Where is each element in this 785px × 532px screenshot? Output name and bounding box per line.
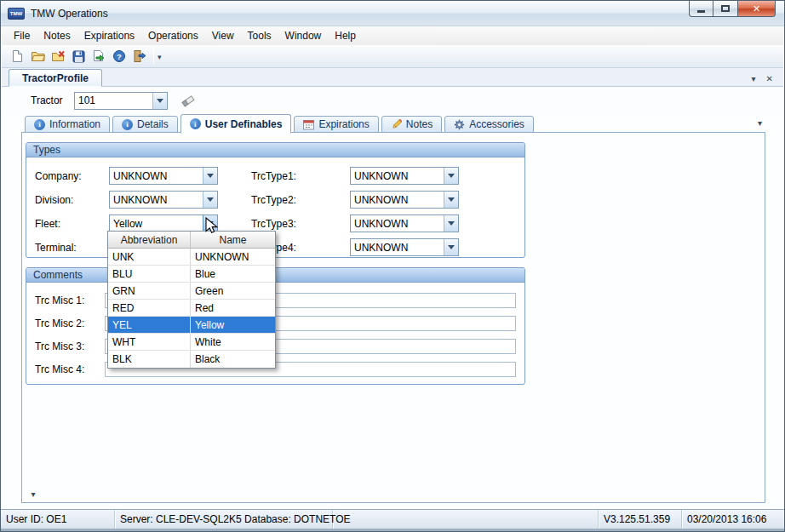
company-combo-dropdown-button[interactable] xyxy=(203,168,217,184)
division-label: Division: xyxy=(35,194,109,206)
tractor-combo-value: 101 xyxy=(75,93,152,109)
dropdown-row-blk[interactable]: BLKBlack xyxy=(108,351,275,368)
dropdown-row-red[interactable]: REDRed xyxy=(108,300,275,317)
division-combo[interactable]: UNKNOWN xyxy=(109,191,218,209)
cell-abbr: UNK xyxy=(108,249,191,265)
company-field: Company: UNKNOWN xyxy=(35,167,218,185)
open-button[interactable] xyxy=(27,47,48,66)
tab-accessories[interactable]: Accessories xyxy=(444,116,534,133)
tab-label: Expirations xyxy=(318,118,369,130)
status-bar: User ID: OE1 Server: CLE-DEV-SQL2K5 Data… xyxy=(1,509,784,531)
chevron-down-icon xyxy=(448,174,455,178)
menu-operations[interactable]: Operations xyxy=(141,27,205,45)
tractor-combo-dropdown-button[interactable] xyxy=(152,93,167,109)
toolbar: ? xyxy=(2,45,783,68)
trctype3-combo[interactable]: UNKNOWN xyxy=(350,215,459,232)
tab-notes[interactable]: Notes xyxy=(381,116,442,133)
save-button[interactable] xyxy=(68,47,89,66)
doc-tab-tractorprofile[interactable]: TractorProfile xyxy=(9,69,102,87)
trctype2-combo-dropdown-button[interactable] xyxy=(444,192,458,208)
export-button[interactable] xyxy=(89,47,109,66)
menu-expirations[interactable]: Expirations xyxy=(77,27,141,45)
close-icon xyxy=(753,3,760,14)
maximize-icon xyxy=(721,5,730,12)
tab-information[interactable]: Information xyxy=(25,116,110,133)
trctype3-combo-dropdown-button[interactable] xyxy=(444,215,458,232)
maximize-button[interactable] xyxy=(713,1,738,17)
doc-tab-list-icon[interactable] xyxy=(752,72,756,84)
chevron-down-icon xyxy=(448,221,455,226)
trctype1-combo-value: UNKNOWN xyxy=(351,168,444,184)
menu-notes[interactable]: Notes xyxy=(37,27,77,45)
info-icon xyxy=(122,119,133,130)
title-bar[interactable]: TMW TMW Operations xyxy=(1,1,784,26)
tractor-label: Tractor xyxy=(31,94,74,106)
fleet-field: Fleet: Yellow xyxy=(35,215,218,232)
tab-details[interactable]: Details xyxy=(112,116,178,133)
trc-misc-1-label: Trc Misc 1: xyxy=(35,295,105,306)
dropdown-row-yel-selected[interactable]: YELYellow xyxy=(108,317,275,334)
gear-icon xyxy=(454,119,465,130)
eraser-icon[interactable] xyxy=(180,94,197,108)
menu-help[interactable]: Help xyxy=(328,27,363,45)
tab-overflow-icon[interactable] xyxy=(758,117,762,129)
types-group-header: Types xyxy=(26,143,524,157)
profile-tab-strip: Information Details User Definables Expi… xyxy=(21,113,765,133)
fleet-label: Fleet: xyxy=(35,218,109,230)
terminal-label: Terminal: xyxy=(35,242,109,254)
menu-view[interactable]: View xyxy=(205,27,241,45)
tractor-combo[interactable]: 101 xyxy=(74,92,168,110)
calendar-icon xyxy=(303,119,314,130)
help-button[interactable]: ? xyxy=(109,47,129,66)
fleet-combo[interactable]: Yellow xyxy=(109,215,218,232)
company-combo[interactable]: UNKNOWN xyxy=(109,167,218,185)
info-icon xyxy=(34,119,45,130)
status-datetime: 03/20/2013 16:06 xyxy=(682,510,784,529)
cell-abbr: YEL xyxy=(108,317,191,333)
dropdown-row-blu[interactable]: BLUBlue xyxy=(108,266,275,283)
division-combo-dropdown-button[interactable] xyxy=(203,192,217,208)
dropdown-row-unk[interactable]: UNKUNKNOWN xyxy=(108,249,275,266)
trctype4-combo-dropdown-button[interactable] xyxy=(444,239,458,255)
dropdown-row-wht[interactable]: WHTWhite xyxy=(108,334,275,351)
minimize-button[interactable] xyxy=(689,1,713,17)
open-folder-icon xyxy=(31,49,45,63)
close-button[interactable] xyxy=(738,1,776,17)
doc-tab-close-icon[interactable] xyxy=(766,72,773,84)
trctype4-combo[interactable]: UNKNOWN xyxy=(350,238,459,256)
menu-file[interactable]: File xyxy=(7,27,37,45)
cell-abbr: BLU xyxy=(108,266,191,282)
new-document-icon xyxy=(11,49,24,63)
tab-user-definables[interactable]: User Definables xyxy=(180,114,292,134)
cell-name: Green xyxy=(191,283,275,299)
chevron-down-icon xyxy=(207,197,214,202)
menu-window[interactable]: Window xyxy=(278,27,329,45)
dropdown-col-abbreviation[interactable]: Abbreviation xyxy=(108,232,191,248)
company-label: Company: xyxy=(35,170,109,182)
toolbar-overflow-icon[interactable] xyxy=(158,50,162,62)
trctype1-combo-dropdown-button[interactable] xyxy=(444,168,458,184)
types-group-title: Types xyxy=(33,144,60,156)
new-button[interactable] xyxy=(7,47,27,66)
trctype2-combo-value: UNKNOWN xyxy=(351,192,444,208)
bottom-expander-button[interactable] xyxy=(26,487,40,500)
trctype1-label: TrcType1: xyxy=(251,170,350,182)
record-selector-area: Tractor 101 xyxy=(2,87,783,114)
trctype2-combo[interactable]: UNKNOWN xyxy=(350,191,459,209)
status-server: Server: CLE-DEV-SQL2K5 Database: DOTNETO… xyxy=(115,510,333,529)
trc-misc-2-label: Trc Misc 2: xyxy=(35,317,105,329)
pencil-icon xyxy=(391,119,402,130)
tab-expirations[interactable]: Expirations xyxy=(294,116,378,133)
trctype1-combo[interactable]: UNKNOWN xyxy=(350,167,459,185)
trctype3-field: TrcType3: UNKNOWN xyxy=(251,215,459,232)
dropdown-row-grn[interactable]: GRNGreen xyxy=(108,283,275,300)
chevron-down-icon xyxy=(207,174,214,178)
status-version: V3.125.51.359 xyxy=(599,510,682,529)
info-icon xyxy=(190,118,201,129)
logoff-button[interactable] xyxy=(129,47,150,66)
menu-tools[interactable]: Tools xyxy=(241,27,278,45)
cell-name: Red xyxy=(191,300,275,316)
doc-tab-label: TractorProfile xyxy=(22,72,89,84)
chevron-down-icon xyxy=(157,99,163,103)
delete-button[interactable] xyxy=(48,47,68,66)
